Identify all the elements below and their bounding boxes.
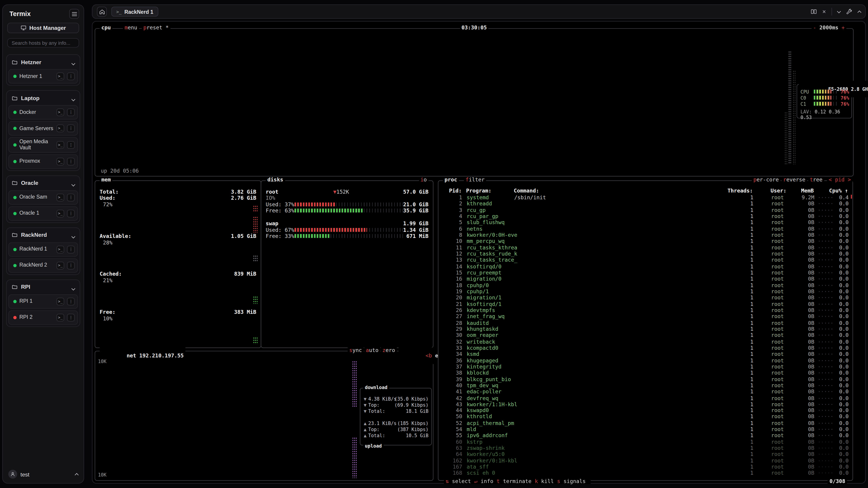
col-cpu[interactable]: Cpu% ↑: [825, 188, 848, 194]
tab-racknerd-1[interactable]: >_ RackNerd 1: [111, 6, 158, 17]
process-row[interactable]: 19cpuhp/11root0B·····0.0: [439, 289, 852, 295]
connect-terminal-button[interactable]: >_: [57, 194, 64, 201]
process-row[interactable]: 6netns1root0B·····0.0: [439, 226, 852, 232]
process-row[interactable]: 26kdevtmpfs1root0B·····0.0: [439, 307, 852, 314]
home-button[interactable]: [97, 6, 107, 17]
process-row[interactable]: 20migration/11root0B·····0.0: [439, 295, 852, 301]
col-program[interactable]: Program:: [466, 188, 491, 194]
process-row[interactable]: 38kblockd1root0B·····0.0: [439, 370, 852, 377]
connect-terminal-button[interactable]: >_: [57, 210, 64, 217]
chevron-up-icon[interactable]: [858, 10, 861, 13]
process-row[interactable]: 11rcu_tasks_kthrea1root0B·····0.0: [439, 245, 852, 251]
process-list[interactable]: 1systemd/sbin/init1root9.2M·····0.42kthr…: [439, 195, 852, 476]
process-row[interactable]: 36khugepaged1root0B·····0.0: [439, 358, 852, 364]
host-item[interactable]: Open Media Vault>_⋮: [8, 137, 78, 153]
host-group-header[interactable]: RackNerd: [8, 230, 78, 240]
process-row[interactable]: 32writeback1root0B·····0.0: [439, 339, 852, 345]
host-menu-button[interactable]: ⋮: [67, 72, 74, 80]
chevron-down-icon[interactable]: [72, 282, 74, 292]
process-row[interactable]: 44kswapd01root0B·····0.0: [439, 408, 852, 414]
process-row[interactable]: 40tpm_dev_wq1root0B·····0.0: [439, 383, 852, 389]
process-row[interactable]: 14ksoftirqd/01root0B·····0.0: [439, 264, 852, 270]
footer-key-info[interactable]: ↵ info: [474, 478, 493, 484]
process-row[interactable]: 27inet_frag_wq1root0B·····0.0: [439, 314, 852, 320]
process-row[interactable]: 60kstrp1root0B·····0.0: [439, 439, 852, 446]
host-item[interactable]: Oracle 1>_⋮: [8, 206, 78, 221]
connect-terminal-button[interactable]: >_: [57, 158, 64, 165]
process-row[interactable]: 34ksmd1root0B·····0.0: [439, 352, 852, 358]
host-item[interactable]: RackNerd 1>_⋮: [8, 242, 78, 257]
process-row[interactable]: 1systemd/sbin/init1root9.2M·····0.4: [439, 195, 852, 201]
host-item[interactable]: Hetzner 1>_⋮: [8, 69, 78, 84]
process-row[interactable]: 8kworker/0:0H-eve1root0B·····0.0: [439, 232, 852, 238]
process-row[interactable]: 37kintegrityd1root0B·····0.0: [439, 364, 852, 370]
connect-terminal-button[interactable]: >_: [57, 297, 64, 305]
process-row[interactable]: 54mld1root0B·····0.0: [439, 427, 852, 433]
connect-terminal-button[interactable]: >_: [57, 125, 64, 132]
proc-option-tree[interactable]: tree: [808, 176, 824, 183]
connect-terminal-button[interactable]: >_: [57, 246, 64, 253]
process-row[interactable]: 16migration/01root0B·····0.0: [439, 276, 852, 283]
host-item[interactable]: Game Servers>_⋮: [8, 121, 78, 135]
process-row[interactable]: 4rcu_par_gp1root0B·····0.0: [439, 214, 852, 220]
process-row[interactable]: 41edac-poller1root0B·····0.0: [439, 389, 852, 395]
net-toggle-sync[interactable]: sync: [348, 347, 364, 353]
host-menu-button[interactable]: ⋮: [67, 125, 74, 132]
process-row[interactable]: 13rcu_tasks_trace_1root0B·····0.0: [439, 257, 852, 264]
host-group-header[interactable]: Oracle: [8, 177, 78, 189]
process-row[interactable]: 15rcu_preempt1root0B·····0.0: [439, 270, 852, 276]
process-row[interactable]: 167ata_sff1root0B·····0.0: [439, 464, 852, 470]
host-menu-button[interactable]: ⋮: [67, 297, 74, 305]
process-row[interactable]: 21ksoftirqd/11root0B·····0.0: [439, 301, 852, 308]
proc-option-reverse[interactable]: reverse: [781, 176, 807, 183]
host-menu-button[interactable]: ⋮: [67, 158, 74, 165]
net-toggle-zero[interactable]: zero: [381, 347, 397, 353]
net-toggle-auto[interactable]: auto: [364, 347, 380, 353]
footer-key-terminate[interactable]: t terminate: [497, 478, 531, 484]
process-row[interactable]: 52acpi_thermal_pm1root0B·····0.0: [439, 420, 852, 427]
process-row[interactable]: 30oom_reaper1root0B·····0.0: [439, 332, 852, 339]
process-row[interactable]: 64kworker/u5:01root0B·····0.0: [439, 452, 852, 458]
process-row[interactable]: 39blkcg_punt_bio1root0B·····0.0: [439, 377, 852, 383]
update-interval[interactable]: - 2000ms +: [811, 25, 846, 30]
col-pid[interactable]: Pid:: [442, 188, 462, 194]
process-row[interactable]: 50kthrotld1root0B·····0.0: [439, 414, 852, 420]
sidebar-menu-button[interactable]: [69, 9, 79, 19]
host-menu-button[interactable]: ⋮: [67, 314, 74, 321]
footer-key-select[interactable]: ⇅ select: [445, 478, 471, 484]
host-item[interactable]: Oracle Sam>_⋮: [8, 190, 78, 205]
process-row[interactable]: 42devfreq_wq1root0B·····0.0: [439, 395, 852, 402]
host-group-header[interactable]: Hetzner: [8, 57, 78, 68]
split-view-icon[interactable]: [810, 8, 817, 15]
process-row[interactable]: 5slub_flushwq1root0B·····0.0: [439, 220, 852, 226]
process-row[interactable]: 43kworker/1:1H-kbl1root0B·····0.0: [439, 402, 852, 408]
process-row[interactable]: 33kcompactd01root0B·····0.0: [439, 345, 852, 352]
process-row[interactable]: 63zswap-shrink1root0B·····0.0: [439, 446, 852, 452]
connect-terminal-button[interactable]: >_: [57, 141, 64, 149]
footer-key-signals[interactable]: s signals: [557, 478, 586, 484]
process-row[interactable]: 55ipv6_addrconf1root0B·····0.0: [439, 433, 852, 439]
host-manager-button[interactable]: Host Manager: [7, 23, 79, 33]
process-row[interactable]: 18cpuhp/01root0B·····0.0: [439, 283, 852, 289]
connect-terminal-button[interactable]: >_: [57, 314, 64, 321]
process-row[interactable]: 162kworker/0:1H-kbl1root0B·····0.0: [439, 458, 852, 464]
host-menu-button[interactable]: ⋮: [67, 141, 74, 149]
pid-sort-nav[interactable]: < pid >: [827, 177, 852, 183]
footer-key-kill[interactable]: k kill: [535, 478, 554, 484]
process-row[interactable]: 29khungtaskd1root0B·····0.0: [439, 326, 852, 333]
chevron-down-icon[interactable]: [72, 93, 74, 103]
chevron-down-icon[interactable]: [72, 57, 74, 67]
col-memb[interactable]: MemB: [790, 188, 814, 194]
col-command[interactable]: Command:: [514, 188, 539, 194]
col-threads[interactable]: Threads:: [726, 188, 753, 194]
close-icon[interactable]: ×: [822, 8, 826, 15]
search-input[interactable]: [7, 38, 79, 48]
terminal-view[interactable]: cpu menu preset * 03:30:05 - 2000ms + up…: [92, 21, 866, 484]
chevron-down-icon[interactable]: [72, 178, 74, 188]
host-item[interactable]: RPI 1>_⋮: [8, 294, 78, 308]
connect-terminal-button[interactable]: >_: [57, 262, 64, 269]
process-row[interactable]: 28kauditd1root0B·····0.0: [439, 320, 852, 326]
chevron-down-icon[interactable]: [72, 230, 74, 240]
connect-terminal-button[interactable]: >_: [57, 72, 64, 80]
host-group-header[interactable]: RPI: [8, 282, 78, 293]
